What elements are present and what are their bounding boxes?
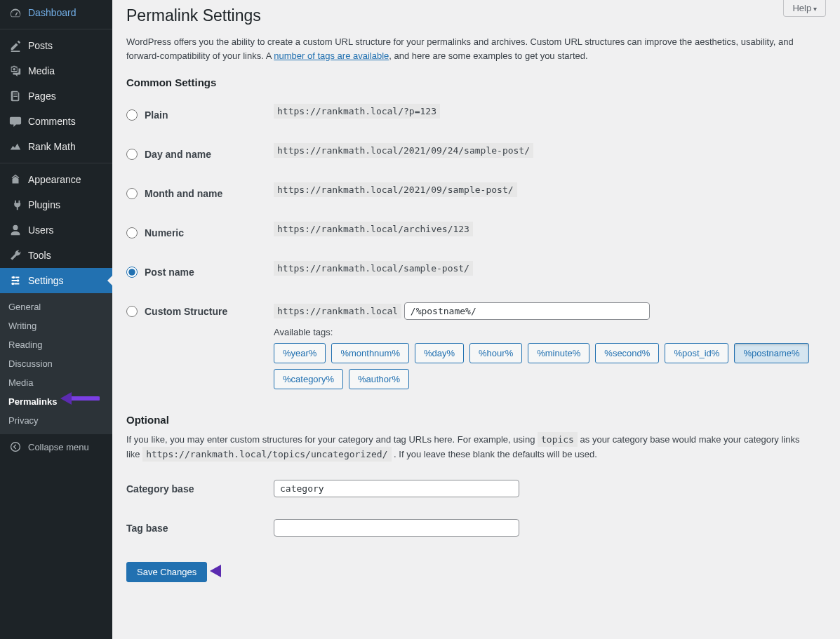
- media-icon: [8, 64, 22, 78]
- permalink-radio-month-and-name[interactable]: [126, 188, 138, 199]
- category-base-input[interactable]: [274, 480, 519, 497]
- permalink-example: https://rankmath.local/archives/123: [274, 222, 473, 236]
- tags-container: %year%%monthnum%%day%%hour%%minute%%seco…: [274, 343, 819, 389]
- submenu-item-discussion[interactable]: Discussion: [0, 354, 112, 373]
- svg-point-3: [11, 443, 20, 452]
- permalink-example: https://rankmath.local/?p=123: [274, 104, 440, 119]
- permalink-option-label: Day and name: [145, 149, 211, 160]
- svg-point-0: [13, 276, 15, 279]
- sidebar-item-media[interactable]: Media: [0, 58, 112, 83]
- permalink-example: https://rankmath.local/sample-post/: [274, 261, 473, 276]
- permalink-option-label: Numeric: [145, 227, 184, 238]
- permalink-option-row: Plainhttps://rankmath.local/?p=123: [126, 95, 826, 135]
- permalink-radio-numeric[interactable]: [126, 227, 138, 238]
- pages-icon: [8, 89, 22, 103]
- save-button[interactable]: Save Changes: [126, 562, 207, 582]
- help-button[interactable]: Help: [783, 0, 826, 17]
- sidebar-item-label: Comments: [28, 115, 76, 128]
- svg-point-2: [12, 283, 15, 285]
- sidebar-item-appearance[interactable]: Appearance: [0, 167, 112, 192]
- main-content: Help Permalink Settings WordPress offers…: [112, 0, 840, 639]
- permalink-example: https://rankmath.local/2021/09/24/sample…: [274, 143, 533, 158]
- plugins-icon: [8, 198, 22, 212]
- available-tags-label: Available tags:: [274, 327, 819, 337]
- sidebar-item-label: Users: [28, 224, 54, 236]
- tools-icon: [8, 248, 22, 262]
- sidebar-item-users[interactable]: Users: [0, 217, 112, 243]
- permalink-option-label: Custom Structure: [145, 306, 227, 317]
- users-icon: [8, 223, 22, 237]
- permalink-radio-post-name[interactable]: [126, 267, 138, 278]
- sidebar-item-dashboard[interactable]: Dashboard: [0, 0, 112, 25]
- admin-sidebar: DashboardPostsMediaPagesCommentsRank Mat…: [0, 0, 112, 639]
- tag-button[interactable]: %category%: [274, 369, 343, 389]
- permalink-option-row: Day and namehttps://rankmath.local/2021/…: [126, 135, 826, 174]
- posts-icon: [8, 39, 22, 53]
- category-base-label: Category base: [126, 469, 267, 509]
- tag-base-input[interactable]: [274, 519, 519, 537]
- sidebar-item-label: Rank Math: [28, 140, 76, 153]
- permalink-option-row: Post namehttps://rankmath.local/sample-p…: [126, 253, 826, 292]
- sidebar-item-label: Dashboard: [28, 6, 76, 19]
- permalink-radio-plain[interactable]: [126, 109, 138, 121]
- tag-button[interactable]: %author%: [349, 369, 409, 389]
- tag-button[interactable]: %year%: [274, 343, 326, 363]
- collapse-menu-button[interactable]: Collapse menu: [0, 434, 112, 459]
- custom-prefix: https://rankmath.local: [274, 304, 401, 318]
- tag-base-label: Tag base: [126, 509, 267, 548]
- optional-heading: Optional: [126, 414, 826, 426]
- tag-button[interactable]: %postname%: [734, 343, 808, 363]
- rankmath-icon: [8, 140, 22, 154]
- collapse-label: Collapse menu: [28, 442, 89, 452]
- submenu-item-privacy[interactable]: Privacy: [0, 411, 112, 430]
- tag-button[interactable]: %monthnum%: [331, 343, 409, 363]
- sidebar-item-label: Settings: [28, 274, 64, 287]
- sidebar-item-posts[interactable]: Posts: [0, 33, 112, 58]
- permalink-option-row: Month and namehttps://rankmath.local/202…: [126, 174, 826, 213]
- sidebar-item-label: Posts: [28, 39, 53, 52]
- sidebar-item-tools[interactable]: Tools: [0, 243, 112, 268]
- sidebar-item-rank-math[interactable]: Rank Math: [0, 134, 112, 159]
- permalink-radio-custom[interactable]: [126, 306, 138, 317]
- tag-button[interactable]: %second%: [595, 343, 659, 363]
- optional-description: If you like, you may enter custom struct…: [126, 433, 814, 462]
- comments-icon: [8, 114, 22, 128]
- sidebar-item-label: Plugins: [28, 199, 60, 211]
- submenu-item-media[interactable]: Media: [0, 373, 112, 392]
- submenu-item-reading[interactable]: Reading: [0, 335, 112, 354]
- submenu-item-general[interactable]: General: [0, 297, 112, 316]
- submenu-item-writing[interactable]: Writing: [0, 316, 112, 335]
- sidebar-item-label: Media: [28, 65, 55, 77]
- permalink-radio-day-and-name[interactable]: [126, 149, 138, 160]
- dashboard-icon: [8, 6, 22, 20]
- tags-docs-link[interactable]: number of tags are available: [274, 51, 389, 61]
- page-title: Permalink Settings: [126, 0, 826, 28]
- sidebar-item-settings[interactable]: Settings: [0, 268, 112, 293]
- permalink-options-table: Plainhttps://rankmath.local/?p=123 Day a…: [126, 95, 826, 400]
- permalink-option-label: Month and name: [145, 188, 222, 199]
- permalink-option-row: Custom Structurehttps://rankmath.local A…: [126, 292, 826, 400]
- permalink-example: https://rankmath.local/2021/09/sample-po…: [274, 182, 517, 197]
- sidebar-item-label: Appearance: [28, 173, 81, 186]
- sidebar-item-label: Pages: [28, 90, 56, 102]
- permalink-option-row: Numerichttps://rankmath.local/archives/1…: [126, 213, 826, 253]
- callout-arrow-icon: [207, 563, 249, 581]
- collapse-icon: [8, 440, 22, 454]
- svg-point-1: [17, 279, 20, 282]
- permalink-option-label: Plain: [145, 109, 168, 121]
- sidebar-item-plugins[interactable]: Plugins: [0, 192, 112, 217]
- tag-button[interactable]: %day%: [415, 343, 464, 363]
- sidebar-item-pages[interactable]: Pages: [0, 83, 112, 109]
- common-settings-heading: Common Settings: [126, 76, 826, 88]
- sidebar-item-comments[interactable]: Comments: [0, 109, 112, 134]
- tag-button[interactable]: %post_id%: [665, 343, 728, 363]
- callout-arrow-icon: [58, 390, 100, 409]
- permalink-option-label: Post name: [145, 267, 194, 278]
- tag-button[interactable]: %hour%: [469, 343, 522, 363]
- submenu-item-permalinks[interactable]: Permalinks: [0, 392, 112, 411]
- tag-button[interactable]: %minute%: [528, 343, 589, 363]
- custom-structure-input[interactable]: [404, 302, 650, 320]
- intro-text: WordPress offers you the ability to crea…: [126, 35, 814, 62]
- settings-submenu: GeneralWritingReadingDiscussionMediaPerm…: [0, 293, 112, 434]
- optional-table: Category base Tag base: [126, 469, 826, 548]
